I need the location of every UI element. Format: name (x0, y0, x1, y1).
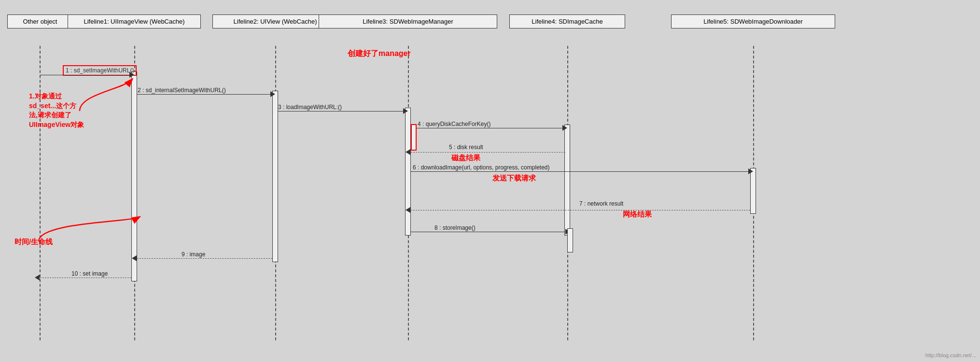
msg8-label: 8 : storeImage() (434, 224, 476, 231)
msg10-line (40, 278, 131, 278)
activation-ll3b (411, 124, 417, 151)
msg6-label: 6 : downloadImage(url, options, progress… (413, 164, 549, 171)
msg4-head (562, 125, 567, 131)
activation-ll4 (564, 125, 570, 236)
msg5-label: 5 : disk result (449, 144, 483, 151)
lifeline-5: Lifeline5: SDWebImageDownloader (671, 14, 835, 28)
red-arrow-2 (24, 212, 145, 275)
msg6-line (411, 171, 750, 172)
msg5-line (411, 152, 565, 153)
note1-line4: UIImageView对象 (29, 120, 84, 130)
msg7-head (406, 207, 410, 213)
msg2-line (137, 94, 272, 95)
msg6-head (748, 168, 753, 174)
activation-ll4b (567, 228, 573, 252)
activation-ll3 (405, 108, 411, 236)
diagram-area: Other object Lifeline1: UIImageView (Web… (0, 0, 980, 362)
msg6-cn: 发送下载请求 (492, 173, 536, 183)
lifeline-other: Other object (7, 14, 73, 28)
msg5-head (406, 149, 410, 155)
msg3-head (403, 108, 408, 114)
msg9-label: 9 : image (182, 251, 205, 258)
msg4-line (417, 128, 564, 128)
msg3-line (278, 111, 405, 111)
msg7-label: 7 : network result (579, 200, 623, 207)
msg1-box: 1 : sd_setImageWithURL() (63, 65, 137, 76)
lifeline-1: Lifeline1: UIImageView (WebCache) (68, 14, 201, 28)
msg9-line (137, 258, 272, 259)
lifeline-line-other (40, 46, 41, 340)
activation-ll5 (750, 168, 756, 214)
msg7-cn: 网络结果 (623, 209, 652, 219)
lifeline-4: Lifeline4: SDImageCache (509, 14, 625, 28)
msg8-line (411, 232, 567, 232)
watermark: http://blog.csdn.net/... (925, 352, 976, 358)
msg7-line (411, 210, 750, 210)
msg2-head (270, 91, 275, 97)
activation-ll2 (272, 91, 278, 262)
red-arrow-1 (75, 75, 138, 113)
msg10-head (35, 275, 40, 280)
msg3-label: 3 : loadImageWithURL:() (278, 104, 342, 111)
msg5-cn: 磁盘结果 (451, 153, 480, 163)
annotation-manager-created: 创建好了manager (348, 48, 411, 59)
msg2-label: 2 : sd_internalSetImageWithURL() (138, 87, 226, 94)
msg4-label: 4 : queryDiskCacheForKey() (418, 121, 490, 127)
lifeline-3: Lifeline3: SDWebImageManager (319, 14, 497, 28)
